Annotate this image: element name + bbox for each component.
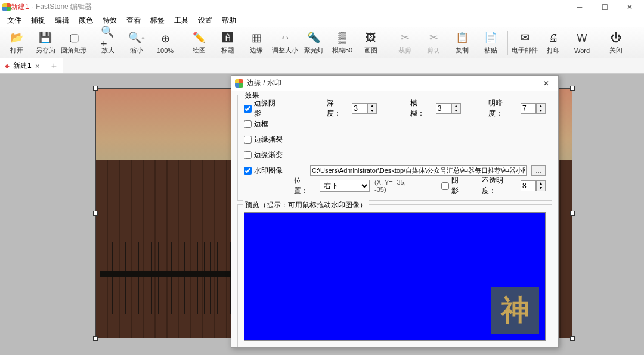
zoomout-label: 缩小: [130, 46, 143, 55]
cut-icon: ✂: [426, 30, 441, 45]
word-label: Word: [574, 47, 590, 54]
menu-颜色[interactable]: 颜色: [75, 14, 97, 27]
tab-close-icon[interactable]: ×: [35, 61, 40, 71]
menu-捕捉[interactable]: 捕捉: [27, 14, 49, 27]
edge-shadow-checkbox[interactable]: 边缘阴影: [244, 98, 281, 119]
border-checkbox[interactable]: 边框: [244, 119, 268, 129]
watermark-path-input[interactable]: [310, 165, 527, 176]
zoomin-button[interactable]: 🔍+放大: [94, 29, 122, 57]
saveas-button[interactable]: 💾另存为: [31, 29, 60, 57]
new-tab-button[interactable]: +: [45, 58, 63, 73]
tab-label: 新建1: [13, 61, 32, 71]
zoomout-button[interactable]: 🔍-缩小: [122, 29, 151, 57]
opacity-label: 不透明度：: [482, 176, 516, 196]
print-button[interactable]: 🖨打印: [539, 29, 568, 57]
watermark-checkbox[interactable]: 水印图像: [244, 166, 283, 176]
depth-input[interactable]: ▲▼: [352, 103, 377, 114]
position-coords: (X, Y= -35, -35): [374, 179, 417, 193]
word-button[interactable]: WWord: [568, 29, 596, 57]
open-label: 打开: [10, 46, 23, 55]
dialog-titlebar[interactable]: 边缘 / 水印 ✕: [231, 76, 558, 91]
gallery-button[interactable]: 🖼画图: [357, 29, 385, 57]
caption-button[interactable]: 🅰标题: [213, 29, 242, 57]
menu-帮助[interactable]: 帮助: [218, 14, 240, 27]
zoom100-icon: ⊕: [158, 32, 172, 46]
spotlight-button[interactable]: 🔦聚光灯: [299, 29, 328, 57]
document-tab[interactable]: ◆ 新建1 ×: [0, 58, 45, 73]
blur-input[interactable]: ▲▼: [436, 103, 461, 114]
blur-label: 模糊50: [332, 46, 352, 55]
app-name: - FastStone 编辑器: [32, 2, 92, 12]
zoomout-icon: 🔍-: [129, 30, 144, 45]
roundrect-label: 圆角矩形: [61, 46, 87, 55]
copy-label: 复制: [456, 46, 469, 55]
brightness-input[interactable]: ▲▼: [521, 103, 546, 114]
roundrect-button[interactable]: ▢圆角矩形: [60, 29, 88, 57]
zoom100-button[interactable]: ⊕100%: [151, 29, 179, 57]
position-select[interactable]: 右下: [320, 180, 370, 192]
menu-查看[interactable]: 查看: [123, 14, 144, 27]
canvas-area[interactable]: 边缘 / 水印 ✕ 效果 边缘阴影 深度： ▲▼: [0, 74, 644, 355]
caption-label: 标题: [221, 46, 234, 55]
brightness-label: 明暗度：: [488, 98, 516, 119]
watermark-preview[interactable]: 神: [491, 287, 539, 334]
zoomin-icon: 🔍+: [101, 30, 115, 45]
preview-group: 预览（提示：可用鼠标拖动水印图像） 神: [237, 204, 552, 347]
toolbar: 📂打开💾另存为▢圆角矩形🔍+放大🔍-缩小⊕100%✏️绘图🅰标题▦边缘↔调整大小…: [0, 27, 644, 58]
toolbar-separator: [182, 31, 182, 55]
browse-button[interactable]: ...: [531, 165, 546, 176]
email-label: 电子邮件: [512, 46, 538, 55]
torn-edge-checkbox[interactable]: 边缘撕裂: [244, 135, 283, 145]
draw-icon: ✏️: [192, 30, 206, 45]
crop-label: 裁剪: [398, 46, 411, 55]
menu-编辑[interactable]: 编辑: [51, 14, 73, 27]
edge-watermark-dialog: 边缘 / 水印 ✕ 效果 边缘阴影 深度： ▲▼: [231, 75, 559, 348]
depth-label: 深度：: [327, 98, 348, 119]
spotlight-label: 聚光灯: [304, 46, 324, 55]
opacity-input[interactable]: ▲▼: [521, 180, 546, 191]
edge-button[interactable]: ▦边缘: [242, 29, 271, 57]
blur-icon: ▒: [335, 30, 349, 45]
email-button[interactable]: ✉电子邮件: [510, 29, 539, 57]
paste-button[interactable]: 📄粘贴: [476, 29, 505, 57]
cut-button: ✂剪切: [419, 29, 448, 57]
crop-button: ✂裁剪: [391, 29, 419, 57]
caption-icon: 🅰: [221, 30, 235, 45]
tab-bar: ◆ 新建1 × +: [0, 58, 644, 74]
draw-label: 绘图: [193, 46, 206, 55]
blur-label: 模糊：: [410, 98, 431, 119]
word-icon: W: [575, 32, 589, 46]
menu-工具[interactable]: 工具: [171, 14, 192, 27]
resize-icon: ↔: [278, 30, 292, 45]
dialog-close-button[interactable]: ✕: [538, 77, 555, 89]
close-icon: ⏻: [609, 30, 623, 45]
minimize-button[interactable]: ─: [568, 1, 592, 14]
open-button[interactable]: 📂打开: [2, 29, 31, 57]
draw-button[interactable]: ✏️绘图: [185, 29, 213, 57]
edge-fade-checkbox[interactable]: 边缘渐变: [244, 150, 283, 160]
resize-label: 调整大小: [272, 46, 298, 55]
resize-button[interactable]: ↔调整大小: [271, 29, 299, 57]
close-label: 关闭: [609, 46, 623, 55]
preview-canvas[interactable]: 神: [244, 212, 546, 341]
zoom100-label: 100%: [157, 47, 174, 54]
spotlight-icon: 🔦: [306, 30, 321, 45]
menu-标签[interactable]: 标签: [147, 14, 168, 27]
paste-label: 粘贴: [484, 46, 497, 55]
menu-文件[interactable]: 文件: [4, 14, 25, 27]
app-icon: [2, 3, 11, 11]
print-icon: 🖨: [546, 30, 561, 45]
shadow-checkbox[interactable]: 阴影: [441, 176, 465, 196]
toolbar-separator: [91, 31, 91, 55]
roundrect-icon: ▢: [67, 30, 81, 45]
blur-button[interactable]: ▒模糊50: [328, 29, 357, 57]
close-button[interactable]: ✕: [618, 1, 642, 14]
menu-bar: 文件捕捉编辑颜色特效查看标签工具设置帮助: [0, 14, 644, 27]
copy-icon: 📋: [455, 30, 469, 45]
maximize-button[interactable]: ☐: [593, 1, 617, 14]
print-label: 打印: [547, 46, 560, 55]
position-label: 位置：: [294, 176, 315, 196]
menu-设置[interactable]: 设置: [194, 14, 216, 27]
copy-button[interactable]: 📋复制: [448, 29, 476, 57]
close-button[interactable]: ⏻关闭: [602, 29, 630, 57]
